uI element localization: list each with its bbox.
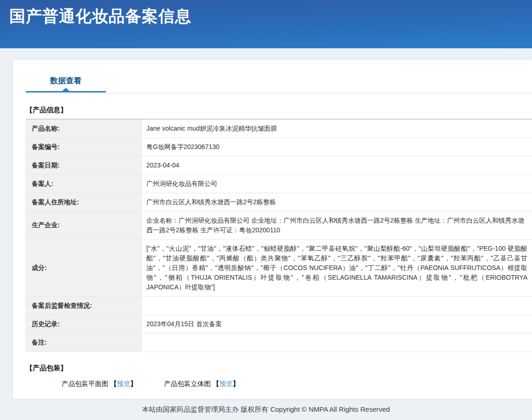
page-footer: 本站由国家药品监督管理局主办 版权所有 Copyright © NMPA All… bbox=[0, 399, 532, 420]
field-value: 广州市白云区人和镇秀水塘西一路2号2栋整栋 bbox=[142, 193, 532, 212]
field-label: 产品名称: bbox=[26, 119, 142, 138]
tab-active-triangle-icon bbox=[62, 88, 69, 91]
field-value-ingredients: ["水"，"火山泥"，"甘油"，"液体石蜡"，"鲸蜡硬脂醇"，"聚二甲基硅氧烷"… bbox=[142, 240, 532, 297]
tab-data-view[interactable]: 数据查看 bbox=[26, 75, 106, 92]
table-row: 备案日期: 2023-04-04 bbox=[26, 156, 532, 175]
packaging-flat-label: 产品包装平面图 bbox=[62, 380, 109, 387]
field-label: 成分: bbox=[26, 240, 142, 297]
field-label: 历史记录: bbox=[26, 315, 142, 334]
table-row: 产品名称: Jane volcanic mud妍泥冷泉冰泥精华抗皱面膜 bbox=[26, 119, 532, 138]
packaging-stereo-label: 产品包装立体图 bbox=[164, 380, 211, 387]
tab-data-view-label: 数据查看 bbox=[50, 76, 81, 85]
field-value: 企业名称：广州润研化妆品有限公司 企业地址：广州市白云区人和镇秀水塘西一路2号2… bbox=[142, 212, 532, 240]
packaging-stereo-item: 产品包装立体图 【预览】 bbox=[164, 380, 240, 387]
table-row: 备案后监督检查情况: bbox=[26, 297, 532, 315]
field-value: Jane volcanic mud妍泥冷泉冰泥精华抗皱面膜 bbox=[142, 119, 532, 138]
field-label: 备案日期: bbox=[26, 156, 142, 175]
product-info-table: 产品名称: Jane volcanic mud妍泥冷泉冰泥精华抗皱面膜 备案编号… bbox=[26, 119, 532, 352]
page-body: 数据查看 【产品信息】 产品名称: Jane volcanic mud妍泥冷泉冰… bbox=[0, 48, 532, 420]
bracket-open: 【 bbox=[110, 380, 117, 387]
field-value bbox=[142, 297, 532, 315]
field-value: 广州润研化妆品有限公司 bbox=[142, 175, 532, 193]
tab-bar: 数据查看 bbox=[26, 75, 532, 94]
field-label: 备案后监督检查情况: bbox=[26, 297, 142, 315]
table-row: 历史记录: 2023年04月15日 首次备案 bbox=[26, 315, 532, 334]
field-label: 备注: bbox=[26, 334, 142, 352]
page-title: 国产普通化妆品备案信息 bbox=[9, 6, 532, 27]
packaging-flat-preview-link[interactable]: 预览 bbox=[117, 380, 130, 387]
field-label: 备案人住所地址: bbox=[26, 193, 142, 212]
copyright-text: 本站由国家药品监督管理局主办 版权所有 Copyright © NMPA All… bbox=[142, 405, 390, 414]
bracket-open: 【 bbox=[213, 380, 220, 387]
table-row: 成分: ["水"，"火山泥"，"甘油"，"液体石蜡"，"鲸蜡硬脂醇"，"聚二甲基… bbox=[26, 240, 532, 297]
field-value: 粤G妆网备字2023067130 bbox=[142, 138, 532, 156]
field-value bbox=[142, 334, 532, 352]
field-label: 备案人: bbox=[26, 175, 142, 193]
packaging-stereo-preview-link[interactable]: 预览 bbox=[220, 380, 233, 387]
field-label: 备案编号: bbox=[26, 138, 142, 156]
bracket-close: 】 bbox=[130, 380, 137, 387]
packaging-preview-row: 产品包装平面图 【预览】 产品包装立体图 【预览】 bbox=[26, 380, 532, 388]
field-value: 2023年04月15日 首次备案 bbox=[142, 315, 532, 334]
page-header: 国产普通化妆品备案信息 bbox=[0, 0, 532, 48]
table-row: 备案人住所地址: 广州市白云区人和镇秀水塘西一路2号2栋整栋 bbox=[26, 193, 532, 212]
section-heading-product-packaging: 【产品包装】 bbox=[26, 364, 532, 373]
field-value: 2023-04-04 bbox=[142, 156, 532, 175]
table-row: 备案编号: 粤G妆网备字2023067130 bbox=[26, 138, 532, 156]
field-label: 生产企业: bbox=[26, 212, 142, 240]
section-heading-product-info: 【产品信息】 bbox=[26, 106, 532, 115]
table-row: 生产企业: 企业名称：广州润研化妆品有限公司 企业地址：广州市白云区人和镇秀水塘… bbox=[26, 212, 532, 240]
bracket-close: 】 bbox=[233, 380, 240, 387]
packaging-flat-item: 产品包装平面图 【预览】 bbox=[62, 380, 139, 387]
content-card: 数据查看 【产品信息】 产品名称: Jane volcanic mud妍泥冷泉冰… bbox=[13, 60, 532, 399]
table-row: 备案人: 广州润研化妆品有限公司 bbox=[26, 175, 532, 193]
table-row: 备注: bbox=[26, 334, 532, 352]
